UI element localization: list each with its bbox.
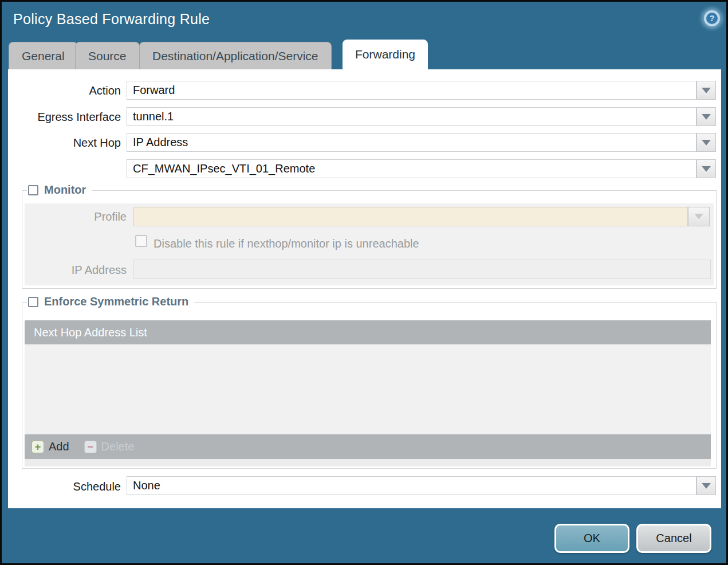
policy-based-forwarding-rule-dialog: Policy Based Forwarding Rule ? General S… (0, 0, 728, 565)
symmetric-return-legend-label: Enforce Symmetric Return (44, 295, 188, 308)
chevron-down-icon (702, 483, 711, 489)
tab-general[interactable]: General (9, 42, 78, 69)
next-hop-address-select[interactable]: CF_MWAN_IPsec_VTI_01_Remote (127, 159, 696, 178)
action-select[interactable]: Forward (127, 81, 696, 100)
next-hop-label: Next Hop (2, 136, 121, 150)
ok-button[interactable]: OK (554, 524, 629, 553)
disable-rule-label: Disable this rule if nexthop/monitor ip … (154, 237, 419, 250)
add-button[interactable]: + Add (32, 440, 69, 453)
schedule-label: Schedule (2, 480, 121, 493)
monitor-checkbox[interactable] (28, 185, 38, 195)
egress-interface-select[interactable]: tunnel.1 (127, 107, 696, 126)
schedule-dropdown-button[interactable] (696, 476, 716, 495)
profile-label: Profile (2, 210, 127, 223)
tab-source[interactable]: Source (75, 42, 140, 69)
next-hop-dropdown-button[interactable] (696, 133, 716, 152)
egress-interface-dropdown-button[interactable] (696, 107, 716, 126)
table-bottom-strip (25, 459, 711, 466)
next-hop-address-list-body[interactable] (25, 344, 711, 434)
egress-interface-label: Egress Interface (2, 111, 121, 124)
symmetric-return-checkbox[interactable] (28, 297, 38, 307)
help-icon: ? (706, 13, 718, 24)
monitor-ip-address-label: IP Address (2, 264, 127, 277)
next-hop-address-list-toolbar: + Add − Delete (25, 434, 711, 459)
monitor-ip-address-input (133, 260, 711, 279)
tab-destination-application-service[interactable]: Destination/Application/Service (139, 42, 332, 69)
action-dropdown-button[interactable] (696, 81, 716, 100)
chevron-down-icon (702, 88, 711, 93)
monitor-legend: Monitor (27, 183, 92, 197)
delete-button-label: Delete (101, 440, 135, 453)
profile-select (133, 207, 688, 226)
action-label: Action (2, 84, 121, 97)
dialog-title: Policy Based Forwarding Rule (13, 11, 210, 28)
chevron-down-icon (702, 140, 711, 146)
monitor-legend-label: Monitor (44, 183, 86, 197)
chevron-down-icon (702, 166, 711, 172)
add-button-label: Add (49, 440, 69, 453)
minus-icon: − (84, 441, 97, 453)
delete-button: − Delete (84, 440, 135, 453)
profile-dropdown-button (688, 207, 710, 226)
next-hop-address-list-header: Next Hop Address List (25, 320, 711, 344)
disable-rule-checkbox (135, 235, 147, 247)
schedule-select[interactable]: None (127, 476, 696, 495)
chevron-down-icon (702, 114, 711, 120)
plus-icon: + (32, 441, 44, 453)
next-hop-address-dropdown-button[interactable] (696, 159, 716, 178)
tab-forwarding[interactable]: Forwarding (343, 40, 428, 69)
symmetric-return-legend: Enforce Symmetric Return (27, 295, 194, 308)
next-hop-select[interactable]: IP Address (127, 133, 696, 152)
cancel-button[interactable]: Cancel (636, 524, 711, 553)
help-button[interactable]: ? (704, 10, 720, 26)
chevron-down-icon (694, 214, 703, 219)
